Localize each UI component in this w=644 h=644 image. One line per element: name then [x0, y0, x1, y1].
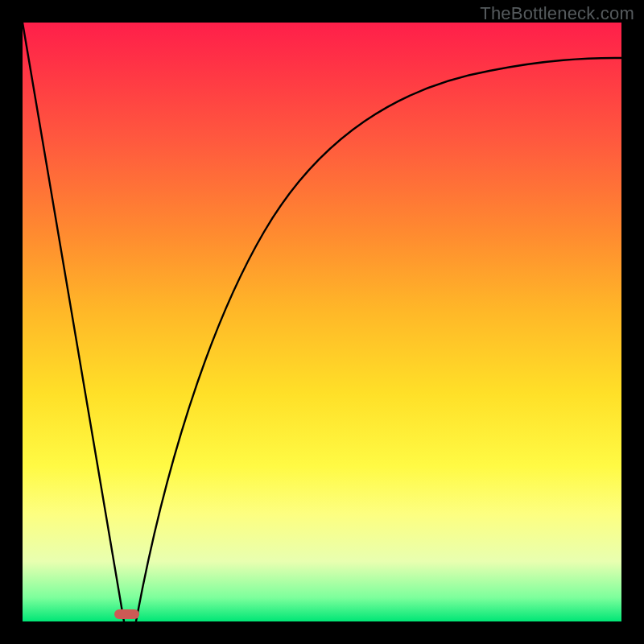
- curve-layer: [23, 23, 621, 621]
- watermark-text: TheBottleneck.com: [480, 3, 634, 24]
- chart-frame: TheBottleneck.com: [0, 0, 644, 644]
- curve-left-branch: [23, 23, 124, 621]
- plot-area: [23, 23, 621, 621]
- curve-right-branch: [136, 58, 621, 621]
- minimum-marker: [114, 609, 139, 619]
